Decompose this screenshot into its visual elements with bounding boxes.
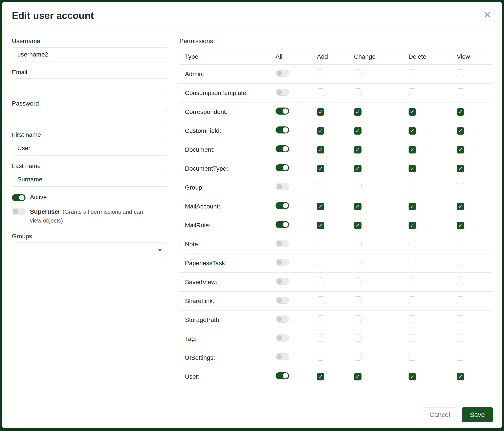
- active-toggle[interactable]: [12, 194, 26, 201]
- permission-view-checkbox[interactable]: [457, 108, 464, 116]
- permission-change-checkbox[interactable]: [354, 203, 361, 210]
- permission-view-checkbox[interactable]: [457, 259, 464, 266]
- permission-add-checkbox[interactable]: [317, 296, 324, 304]
- permission-all-toggle[interactable]: [276, 259, 289, 266]
- permission-all-toggle[interactable]: [276, 108, 289, 115]
- permission-view-checkbox[interactable]: [457, 146, 464, 153]
- permission-change-checkbox[interactable]: [354, 278, 361, 285]
- permission-view-checkbox[interactable]: [457, 334, 464, 342]
- permission-change-checkbox[interactable]: [354, 127, 361, 135]
- username-field[interactable]: [12, 47, 168, 62]
- permission-add-checkbox[interactable]: [317, 222, 324, 229]
- groups-select[interactable]: [12, 242, 168, 257]
- permission-all-toggle[interactable]: [276, 164, 289, 171]
- permission-all-toggle[interactable]: [276, 70, 289, 77]
- permission-view-checkbox[interactable]: [457, 88, 464, 96]
- permission-view-checkbox[interactable]: [457, 240, 464, 247]
- permission-change-checkbox[interactable]: [354, 373, 361, 380]
- permission-all-toggle[interactable]: [276, 278, 289, 285]
- permission-change-checkbox[interactable]: [354, 315, 361, 323]
- permission-add-checkbox[interactable]: [317, 146, 324, 153]
- first-name-field[interactable]: [12, 141, 168, 155]
- permission-add-checkbox[interactable]: [317, 353, 324, 361]
- permission-delete-checkbox[interactable]: [409, 203, 416, 210]
- permission-delete-checkbox[interactable]: [409, 315, 416, 323]
- permission-view-checkbox[interactable]: [457, 127, 464, 135]
- permission-add-checkbox[interactable]: [317, 183, 324, 190]
- permission-row: CustomField:: [179, 121, 492, 140]
- permission-view-checkbox[interactable]: [457, 353, 464, 361]
- permission-all-toggle[interactable]: [276, 315, 289, 323]
- permission-all-toggle[interactable]: [276, 145, 289, 153]
- superuser-toggle[interactable]: [12, 208, 26, 215]
- permission-delete-checkbox[interactable]: [409, 278, 416, 285]
- permission-delete-checkbox[interactable]: [409, 165, 416, 172]
- permission-add-checkbox[interactable]: [317, 278, 324, 285]
- permission-add-checkbox[interactable]: [317, 127, 324, 135]
- permission-view-checkbox[interactable]: [457, 373, 464, 380]
- email-field[interactable]: [12, 79, 168, 93]
- close-icon[interactable]: ×: [482, 10, 492, 19]
- permission-delete-checkbox[interactable]: [409, 373, 416, 380]
- permission-delete-checkbox[interactable]: [409, 296, 416, 304]
- permission-all-toggle[interactable]: [276, 221, 289, 228]
- permission-delete-checkbox[interactable]: [409, 88, 416, 96]
- permission-view-checkbox[interactable]: [457, 222, 464, 229]
- permission-all-toggle[interactable]: [276, 353, 289, 360]
- permission-delete-checkbox[interactable]: [409, 259, 416, 266]
- permission-delete-checkbox[interactable]: [409, 222, 416, 229]
- permission-all-toggle[interactable]: [276, 372, 289, 379]
- last-name-group: Last name: [12, 162, 168, 187]
- permission-add-checkbox[interactable]: [317, 108, 324, 116]
- permission-add-checkbox[interactable]: [317, 165, 324, 172]
- permission-all-toggle[interactable]: [276, 240, 289, 247]
- permission-change-checkbox[interactable]: [354, 108, 361, 116]
- permission-delete-checkbox[interactable]: [409, 334, 416, 342]
- permission-view-checkbox[interactable]: [457, 183, 464, 190]
- permission-row: PaperlessTask:: [179, 254, 492, 273]
- permission-all-toggle[interactable]: [276, 202, 289, 209]
- permission-change-checkbox[interactable]: [354, 183, 361, 190]
- permission-add-checkbox[interactable]: [317, 373, 324, 380]
- permission-change-checkbox[interactable]: [354, 334, 361, 342]
- permission-delete-checkbox[interactable]: [409, 146, 416, 153]
- permission-all-toggle[interactable]: [276, 297, 289, 304]
- permission-change-checkbox[interactable]: [354, 88, 361, 96]
- permission-view-checkbox[interactable]: [457, 165, 464, 172]
- last-name-field[interactable]: [12, 172, 168, 187]
- permission-all-toggle[interactable]: [276, 89, 289, 96]
- permission-delete-checkbox[interactable]: [409, 108, 416, 116]
- permission-all-toggle[interactable]: [276, 183, 289, 190]
- permission-change-checkbox[interactable]: [354, 70, 361, 77]
- permission-change-checkbox[interactable]: [354, 222, 361, 229]
- permission-change-checkbox[interactable]: [354, 146, 361, 153]
- permission-view-checkbox[interactable]: [457, 296, 464, 304]
- permission-delete-checkbox[interactable]: [409, 70, 416, 77]
- permission-delete-checkbox[interactable]: [409, 353, 416, 361]
- permission-view-checkbox[interactable]: [457, 203, 464, 210]
- permission-all-toggle[interactable]: [276, 126, 289, 134]
- permission-change-checkbox[interactable]: [354, 165, 361, 172]
- permission-view-checkbox[interactable]: [457, 70, 464, 77]
- permission-all-toggle[interactable]: [276, 334, 289, 341]
- permission-add-checkbox[interactable]: [317, 259, 324, 266]
- permission-add-checkbox[interactable]: [317, 240, 324, 247]
- permission-view-checkbox[interactable]: [457, 278, 464, 285]
- password-field[interactable]: [12, 110, 168, 124]
- permission-view-checkbox[interactable]: [457, 315, 464, 323]
- permission-add-checkbox[interactable]: [317, 315, 324, 323]
- permission-change-checkbox[interactable]: [354, 240, 361, 247]
- permission-add-checkbox[interactable]: [317, 203, 324, 210]
- modal-body: Username Email Password First name Last: [2, 29, 502, 401]
- permission-change-checkbox[interactable]: [354, 259, 361, 266]
- save-button[interactable]: Save: [462, 407, 493, 422]
- permission-delete-checkbox[interactable]: [409, 240, 416, 247]
- permission-delete-checkbox[interactable]: [409, 127, 416, 135]
- permission-change-checkbox[interactable]: [354, 296, 361, 304]
- permission-change-checkbox[interactable]: [354, 353, 361, 361]
- permission-add-checkbox[interactable]: [317, 334, 324, 342]
- cancel-button[interactable]: Cancel: [423, 407, 457, 422]
- permission-delete-checkbox[interactable]: [409, 183, 416, 190]
- permission-add-checkbox[interactable]: [317, 88, 324, 96]
- permission-add-checkbox[interactable]: [317, 70, 324, 77]
